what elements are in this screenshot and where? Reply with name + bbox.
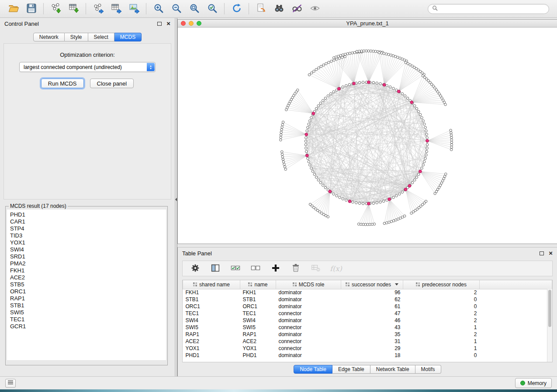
- table-row[interactable]: YOX1YOX1connector291: [183, 345, 552, 352]
- table-cell[interactable]: SWI5: [240, 324, 276, 331]
- table-row[interactable]: SWI5SWI5connector431: [183, 324, 552, 331]
- mcds-result-item[interactable]: ORC1: [10, 288, 163, 295]
- table-row[interactable]: ACE2ACE2connector311: [183, 338, 552, 345]
- table-cell[interactable]: SWI5: [183, 324, 240, 331]
- column-header-predecessor-nodes[interactable]: predecessor nodes: [403, 280, 480, 289]
- mcds-result-item[interactable]: RAP1: [10, 295, 163, 302]
- mcds-result-item[interactable]: PHD1: [10, 211, 163, 218]
- table-cell[interactable]: ACE2: [240, 338, 276, 345]
- add-column-button[interactable]: [270, 263, 281, 274]
- close-panel-button[interactable]: Close panel: [90, 79, 134, 88]
- table-row[interactable]: RAP1RAP1dominator352: [183, 331, 552, 338]
- table-cell[interactable]: 62: [341, 296, 403, 303]
- column-header-shared-name[interactable]: shared name: [183, 280, 240, 289]
- table-cell[interactable]: FKH1: [183, 289, 240, 296]
- table-settings-button[interactable]: [190, 263, 201, 274]
- export-network-button[interactable]: [89, 1, 107, 16]
- tab-node-table[interactable]: Node Table: [294, 365, 332, 374]
- show-column-panel-button[interactable]: [210, 263, 221, 274]
- table-cell[interactable]: 29: [341, 345, 403, 352]
- function-builder-button[interactable]: f(x): [330, 263, 342, 274]
- network-graph[interactable]: [178, 28, 557, 244]
- memory-button[interactable]: Memory: [515, 378, 552, 388]
- table-cell[interactable]: SWI4: [240, 317, 276, 324]
- tab-motifs[interactable]: Motifs: [415, 365, 441, 374]
- task-history-button[interactable]: [5, 379, 16, 388]
- table-cell[interactable]: 1: [403, 338, 480, 345]
- network-canvas[interactable]: [178, 28, 557, 244]
- table-cell[interactable]: connector: [276, 338, 341, 345]
- delete-column-button[interactable]: [290, 263, 301, 274]
- table-row[interactable]: TEC1TEC1connector472: [183, 310, 552, 317]
- scrollbar-thumb[interactable]: [548, 290, 551, 327]
- mcds-result-item[interactable]: GCR1: [10, 323, 163, 330]
- refresh-view-button[interactable]: [228, 1, 246, 16]
- mcds-result-item[interactable]: SWI4: [10, 246, 163, 253]
- table-cell[interactable]: 0: [403, 296, 480, 303]
- table-cell[interactable]: connector: [276, 324, 341, 331]
- table-cell[interactable]: ORC1: [183, 303, 240, 310]
- tab-edge-table[interactable]: Edge Table: [332, 365, 370, 374]
- table-cell[interactable]: 47: [341, 310, 403, 317]
- float-table-panel-icon[interactable]: [540, 251, 544, 255]
- window-zoom-traffic-icon[interactable]: [197, 21, 201, 26]
- table-cell[interactable]: connector: [276, 310, 341, 317]
- tab-network[interactable]: Network: [33, 33, 65, 41]
- zoom-out-button[interactable]: [167, 1, 185, 16]
- table-cell[interactable]: PHD1: [240, 352, 276, 359]
- import-network-button[interactable]: [47, 1, 65, 16]
- search-network-button[interactable]: [270, 1, 288, 16]
- table-cell[interactable]: 2: [403, 310, 480, 317]
- table-cell[interactable]: RAP1: [183, 331, 240, 338]
- mcds-result-item[interactable]: CAR1: [10, 218, 163, 225]
- table-cell[interactable]: FKH1: [240, 289, 276, 296]
- column-header-successor-nodes[interactable]: successor nodes: [341, 280, 403, 289]
- mcds-result-list[interactable]: PHD1CAR1STP4TID3YOX1SWI4SRD1PMA2FKH1ACE2…: [7, 210, 166, 360]
- zoom-fit-button[interactable]: [185, 1, 203, 16]
- column-header-mcds-role[interactable]: MCDS role: [276, 280, 341, 289]
- table-cell[interactable]: 0: [403, 352, 480, 359]
- tab-mcds[interactable]: MCDS: [114, 33, 142, 41]
- table-cell[interactable]: 2: [403, 331, 480, 338]
- collapse-arrow-icon[interactable]: [175, 198, 177, 201]
- table-row[interactable]: STB1STB1dominator620: [183, 296, 552, 303]
- table-cell[interactable]: dominator: [276, 317, 341, 324]
- table-row[interactable]: FKH1FKH1dominator962: [183, 289, 552, 296]
- export-table-button[interactable]: [107, 1, 125, 16]
- table-cell[interactable]: TEC1: [240, 310, 276, 317]
- run-mcds-button[interactable]: Run MCDS: [41, 79, 84, 88]
- table-cell[interactable]: YOX1: [183, 345, 240, 352]
- table-cell[interactable]: 18: [341, 352, 403, 359]
- mcds-result-item[interactable]: SRD1: [10, 253, 163, 260]
- mcds-result-item[interactable]: STP4: [10, 225, 163, 232]
- zoom-in-button[interactable]: [149, 1, 167, 16]
- mcds-result-item[interactable]: FKH1: [10, 267, 163, 274]
- search-input[interactable]: [440, 6, 545, 12]
- table-cell[interactable]: dominator: [276, 289, 341, 296]
- table-cell[interactable]: STB1: [240, 296, 276, 303]
- table-cell[interactable]: 96: [341, 289, 403, 296]
- mcds-result-item[interactable]: ACE2: [10, 274, 163, 281]
- table-cell[interactable]: 2: [403, 289, 480, 296]
- table-cell[interactable]: YOX1: [240, 345, 276, 352]
- column-header-name[interactable]: name: [240, 280, 276, 289]
- mcds-result-item[interactable]: STB5: [10, 281, 163, 288]
- table-cell[interactable]: 1: [403, 324, 480, 331]
- export-image-button[interactable]: [125, 1, 143, 16]
- table-cell[interactable]: dominator: [276, 296, 341, 303]
- table-cell[interactable]: connector: [276, 345, 341, 352]
- table-row[interactable]: ORC1ORC1dominator610: [183, 303, 552, 310]
- table-cell[interactable]: PHD1: [183, 352, 240, 359]
- table-cell[interactable]: dominator: [276, 331, 341, 338]
- table-cell[interactable]: dominator: [276, 303, 341, 310]
- mcds-result-item[interactable]: PMA2: [10, 260, 163, 267]
- import-table-button[interactable]: [65, 1, 83, 16]
- deselect-all-button[interactable]: [250, 263, 261, 274]
- mcds-result-item[interactable]: TID3: [10, 232, 163, 239]
- window-minimize-traffic-icon[interactable]: [189, 21, 194, 26]
- table-cell[interactable]: TEC1: [183, 310, 240, 317]
- save-session-button[interactable]: [22, 1, 40, 16]
- table-cell[interactable]: 46: [341, 317, 403, 324]
- close-table-panel-icon[interactable]: ×: [549, 251, 553, 255]
- table-cell[interactable]: dominator: [276, 352, 341, 359]
